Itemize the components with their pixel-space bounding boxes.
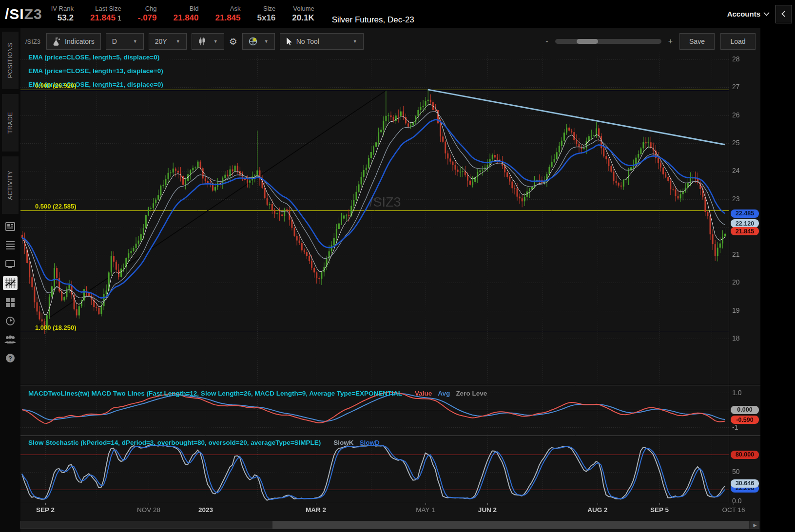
chevron-down-icon (763, 10, 770, 16)
chevron-down-icon: ▼ (133, 39, 137, 44)
chart-widget: /SIZ3 Indicators D▼ 20Y▼ ▼ ⚙ ▼ No Tool ▼… (20, 28, 760, 532)
x-axis-label: MAR 2 (306, 506, 326, 513)
collapse-panel-button[interactable] (776, 5, 792, 23)
x-axis-tick (149, 503, 149, 505)
svg-text:?: ? (8, 355, 12, 362)
x-axis-label: OCT 16 (722, 506, 745, 513)
scrollbar-right-arrow[interactable]: ▶ (751, 521, 759, 529)
accounts-dropdown[interactable]: Accounts (727, 10, 769, 18)
indicators-button[interactable]: Indicators (46, 33, 101, 50)
left-sidebar: POSITIONS TRADE ACTIVITY ? (0, 28, 20, 532)
sidebar-tab-activity[interactable]: ACTIVITY (2, 156, 19, 214)
news-icon[interactable] (4, 221, 17, 232)
quote-field-iv-rank: IV Rank53.2 (51, 4, 74, 23)
symbol-input[interactable]: /SIZ3 (25, 38, 40, 45)
chart-type-dropdown[interactable]: ▼ (192, 33, 224, 50)
x-axis-label: JUN 2 (478, 506, 497, 513)
quote-field-size: Size5x16 (257, 4, 276, 23)
chart-icon[interactable] (3, 276, 18, 290)
list-icon[interactable] (4, 239, 17, 251)
sidebar-tab-trade[interactable]: TRADE (2, 94, 19, 152)
monitor-icon[interactable] (4, 258, 17, 269)
chart-area: EMA (price=CLOSE, length=5, displace=0) … (20, 53, 760, 503)
chart-toolbar: /SIZ3 Indicators D▼ 20Y▼ ▼ ⚙ ▼ No Tool ▼… (20, 30, 760, 53)
sidebar-tab-positions[interactable]: POSITIONS (2, 32, 19, 89)
chart-scrollbar[interactable]: ▶ (20, 521, 759, 529)
quote-field-ask: Ask21.845 (215, 4, 241, 23)
grid-icon[interactable] (4, 297, 17, 308)
chevron-down-icon: ▼ (264, 39, 269, 44)
chevron-down-icon: ▼ (353, 39, 357, 44)
scrollbar-thumb[interactable] (272, 521, 749, 529)
zoom-out-button[interactable]: - (543, 37, 550, 46)
x-axis-label: MAY 1 (416, 506, 435, 513)
chevron-down-icon: ▼ (176, 39, 180, 44)
zoom-slider[interactable] (555, 39, 661, 44)
x-axis-label: 2023 (198, 506, 213, 513)
timeframe-dropdown[interactable]: D▼ (106, 33, 144, 50)
instrument-description: Silver Futures, Dec-23 (332, 15, 414, 28)
quote-field-bid: Bid21.840 (174, 4, 199, 23)
quote-field-volume: Volume20.1K (292, 4, 314, 23)
x-axis-tick (316, 503, 316, 505)
drawing-set-icon (249, 37, 257, 46)
cursor-icon (286, 38, 292, 45)
chevron-left-icon (781, 11, 788, 17)
tool-dropdown[interactable]: No Tool ▼ (280, 33, 364, 50)
accounts-label: Accounts (727, 10, 760, 18)
quote-field-chg: Chg-.079 (138, 4, 157, 23)
x-axis-tick (659, 503, 660, 505)
quote-header: /SIZ3 IV Rank53.2Last Size21.8451Chg-.07… (0, 0, 795, 28)
save-button[interactable]: Save (679, 33, 715, 50)
x-axis-label: NOV 28 (137, 506, 160, 513)
range-dropdown[interactable]: 20Y▼ (149, 33, 187, 50)
candlestick-icon (198, 37, 207, 46)
chart-canvas[interactable] (20, 53, 760, 503)
flask-icon (53, 38, 61, 46)
x-axis-tick (426, 503, 426, 505)
load-button[interactable]: Load (720, 33, 756, 50)
settings-gear-icon[interactable]: ⚙ (229, 36, 237, 47)
x-axis-tick (734, 503, 734, 505)
history-clock-icon[interactable] (4, 315, 17, 327)
zoom-in-button[interactable]: + (666, 37, 675, 46)
help-icon[interactable]: ? (4, 352, 17, 364)
x-axis-tick (206, 503, 206, 505)
x-axis-label: AUG 2 (587, 506, 607, 513)
quote-field-last-size: Last Size21.8451 (90, 4, 121, 23)
x-axis-label: SEP 2 (36, 506, 55, 513)
drawing-set-dropdown[interactable]: ▼ (242, 33, 275, 50)
x-axis-line (20, 503, 729, 503)
quote-fields: IV Rank53.2Last Size21.8451Chg-.079Bid21… (51, 4, 331, 23)
chevron-down-icon: ▼ (213, 39, 218, 44)
x-axis-tick (487, 503, 488, 505)
x-axis-tick (598, 503, 598, 505)
people-icon[interactable] (4, 334, 17, 345)
zoom-slider-thumb[interactable] (577, 39, 598, 44)
x-axis-label: SEP 5 (650, 506, 669, 513)
x-axis-tick (45, 503, 46, 505)
x-axis: SEP 2NOV 282023MAR 2MAY 1JUN 2AUG 2SEP 5… (20, 503, 760, 517)
symbol-title: /SIZ3 (0, 6, 51, 22)
